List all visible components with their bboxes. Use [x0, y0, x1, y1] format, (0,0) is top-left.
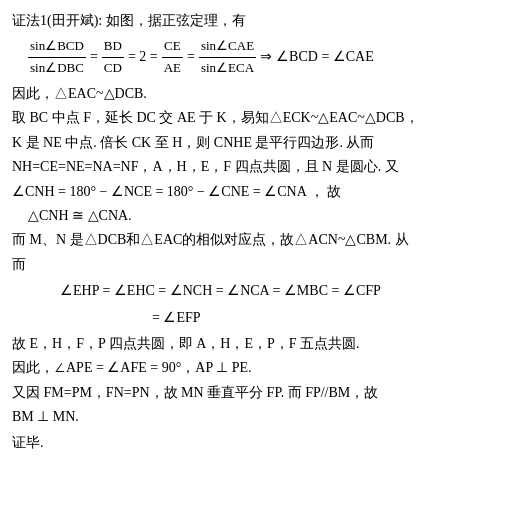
line1: 因此，△EAC~△DCB.: [12, 83, 493, 105]
frac1-num: sin∠BCD: [28, 36, 86, 58]
frac2-num: BD: [102, 36, 124, 58]
line12: BM ⊥ MN.: [12, 406, 493, 428]
math-eq2-line: = ∠EFP: [152, 307, 493, 329]
line13: 证毕.: [12, 432, 493, 454]
fraction1: sin∠BCD sin∠DBC: [28, 36, 86, 79]
frac3-den: AE: [162, 58, 183, 79]
result1: ∠BCD = ∠CAE: [276, 46, 374, 68]
line11: 又因 FM=PM，FN=PN，故 MN 垂直平分 FP. 而 FP//BM，故: [12, 382, 493, 404]
line13-text: 证毕.: [12, 435, 44, 450]
line5: ∠CNH = 180° − ∠NCE = 180° − ∠CNE = ∠CNA …: [12, 181, 493, 203]
line6: △CNH ≅ △CNA.: [28, 205, 493, 227]
proof-container: 证法1(田开斌): 如图，据正弦定理，有 sin∠BCD sin∠DBC = B…: [12, 10, 493, 455]
line11-text: 又因 FM=PM，FN=PN，故 MN 垂直平分 FP. 而 FP//BM，故: [12, 385, 378, 400]
title-line: 证法1(田开斌): 如图，据正弦定理，有: [12, 10, 493, 32]
line1-text: 因此，△EAC~△DCB.: [12, 86, 147, 101]
fraction2: BD CD: [102, 36, 124, 79]
line7-text: 而 M、N 是△DCB和△EAC的相似对应点，故△ACN~△CBM. 从: [12, 232, 409, 247]
line10-text: 因此，∠APE = ∠AFE = 90°，AP ⊥ PE.: [12, 360, 252, 375]
frac3-num: CE: [162, 36, 183, 58]
line5-text: ∠CNH = 180° − ∠NCE = 180° − ∠CNE = ∠CNA …: [12, 184, 341, 199]
line6-text: △CNH ≅ △CNA.: [28, 208, 132, 223]
title-text: 证法1(田开斌): 如图，据正弦定理，有: [12, 13, 246, 28]
frac2-den: CD: [102, 58, 124, 79]
eq1: =: [90, 46, 98, 68]
math-eq-line: ∠EHP = ∠EHC = ∠NCH = ∠NCA = ∠MBC = ∠CFP: [60, 280, 493, 302]
line12-text: BM ⊥ MN.: [12, 409, 79, 424]
line8: 而: [12, 254, 493, 276]
frac4-num: sin∠CAE: [199, 36, 256, 58]
line9-text: 故 E，H，F，P 四点共圆，即 A，H，E，P，F 五点共圆.: [12, 336, 360, 351]
line3: K 是 NE 中点. 倍长 CK 至 H，则 CNHE 是平行四边形. 从而: [12, 132, 493, 154]
eq2: = 2 =: [128, 46, 158, 68]
eq3: =: [187, 46, 195, 68]
math-eq-text: ∠EHP = ∠EHC = ∠NCH = ∠NCA = ∠MBC = ∠CFP: [60, 280, 381, 302]
fraction4: sin∠CAE sin∠ECA: [199, 36, 256, 79]
line7: 而 M、N 是△DCB和△EAC的相似对应点，故△ACN~△CBM. 从: [12, 229, 493, 251]
line9: 故 E，H，F，P 四点共圆，即 A，H，E，P，F 五点共圆.: [12, 333, 493, 355]
fraction3: CE AE: [162, 36, 183, 79]
math-eq2-text: = ∠EFP: [152, 307, 201, 329]
line2-text: 取 BC 中点 F，延长 DC 交 AE 于 K，易知△ECK~△EAC~△DC…: [12, 110, 419, 125]
arrow: ⇒: [260, 46, 272, 68]
line10: 因此，∠APE = ∠AFE = 90°，AP ⊥ PE.: [12, 357, 493, 379]
fraction-row: sin∠BCD sin∠DBC = BD CD = 2 = CE AE = si…: [28, 36, 493, 79]
line3-text: K 是 NE 中点. 倍长 CK 至 H，则 CNHE 是平行四边形. 从而: [12, 135, 374, 150]
line2: 取 BC 中点 F，延长 DC 交 AE 于 K，易知△ECK~△EAC~△DC…: [12, 107, 493, 129]
line8-text: 而: [12, 257, 26, 272]
frac1-den: sin∠DBC: [28, 58, 86, 79]
line4-text: NH=CE=NE=NA=NF，A，H，E，F 四点共圆，且 N 是圆心. 又: [12, 159, 399, 174]
line4: NH=CE=NE=NA=NF，A，H，E，F 四点共圆，且 N 是圆心. 又: [12, 156, 493, 178]
frac4-den: sin∠ECA: [199, 58, 256, 79]
